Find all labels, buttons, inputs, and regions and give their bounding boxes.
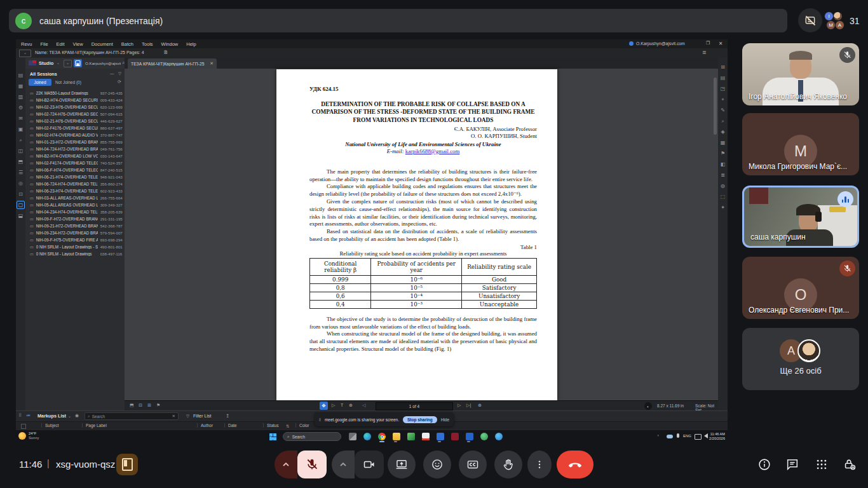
pinned-app-icon[interactable] — [466, 433, 473, 440]
session-list-item[interactable]: ▭ 0 NIH SRLM - Layout Drawings - Site Sp… — [25, 243, 125, 250]
panel-tab-icon[interactable]: ◧ — [719, 160, 727, 168]
panel-tab-icon[interactable]: ◈ — [719, 128, 727, 136]
flag-icon[interactable]: ⚑ — [156, 403, 160, 408]
revu-right-panel-tabs[interactable]: ⊞▤◳⌖✎⌕◈▦⚑◧≣◍⬚✦ — [718, 58, 728, 411]
prev-page-icon[interactable]: ◁ — [362, 403, 365, 408]
end-call-button[interactable] — [557, 451, 593, 478]
panel-tab-icon[interactable]: ▣ — [17, 125, 25, 133]
panel-tab-icon[interactable]: ⊡ — [17, 190, 25, 198]
participant-tile-avatar[interactable]: M Микола Григорович Мар`є... — [742, 113, 859, 175]
host-controls-button[interactable] — [841, 456, 858, 473]
pinned-app-icon[interactable] — [451, 433, 459, 440]
studio-dropdown-icon[interactable]: ⌄ — [57, 60, 60, 65]
onedrive-icon[interactable] — [667, 435, 673, 438]
revu-left-panel-tabs[interactable]: ▤▦▥⚙✉▣⌕◫⬒☰◎⊡▢⬓ — [16, 58, 25, 411]
activities-button[interactable] — [813, 456, 830, 473]
hide-button[interactable]: Hide — [441, 417, 449, 422]
restore-window-icon[interactable]: ❐ — [706, 41, 710, 46]
language-indicator[interactable]: ENG — [683, 434, 691, 438]
session-list-item[interactable]: ▭ 0 NIH SRLM - Layout Drawings 038-497-1… — [25, 250, 125, 257]
panel-tab-icon[interactable]: ⬓ — [17, 212, 25, 220]
tray-mic-icon[interactable] — [677, 433, 679, 438]
panel-tab-icon[interactable]: ⚙ — [17, 104, 25, 112]
session-list-item[interactable]: ▭ 22K MA550-Layout Drawings 937-245-435 — [25, 90, 125, 97]
session-list-item[interactable]: ▭ NIH-03-ALL AREAS-OVERHEAD LV AUDI... 2… — [25, 194, 125, 201]
task-view-icon[interactable] — [349, 433, 356, 440]
panel-tab-icon[interactable]: ◳ — [719, 85, 727, 93]
grip-icon[interactable]: ⠿ — [18, 413, 22, 418]
joined-tab[interactable]: Joined — [29, 79, 51, 86]
panel-tab-icon[interactable]: ▢ — [17, 201, 25, 209]
panel-tab-icon[interactable]: ✉ — [17, 114, 25, 123]
session-list-item[interactable]: ▭ NIH-09-234-H72-OVERHEAD BRANCH PO... 5… — [25, 229, 125, 236]
participant-tile-video[interactable]: Ігор Анатолійович Яковенко — [742, 43, 859, 105]
participant-tile-avatar[interactable]: О Олександр Євгенович При... — [742, 257, 859, 319]
doc-tab-close-icon[interactable]: ✕ — [210, 61, 214, 66]
column-header[interactable]: Author — [197, 423, 213, 428]
grid-view-icon[interactable]: ⊞ — [147, 403, 151, 408]
menu-item[interactable]: Edit — [57, 41, 65, 47]
visibility-eye-icon[interactable]: ◉ — [75, 413, 79, 418]
meeting-details-button[interactable] — [756, 456, 773, 473]
panel-tab-icon[interactable]: ⬒ — [17, 158, 25, 166]
session-filter-icon[interactable]: ▽ — [118, 71, 121, 76]
zoom-in-icon[interactable]: ⊕ — [478, 403, 482, 408]
participants-chip[interactable]: I М А 31 — [824, 10, 860, 32]
panel-tab-icon[interactable]: ▥ — [17, 93, 25, 101]
text-select-icon[interactable]: T — [341, 403, 343, 407]
email-link[interactable]: karpik6688@gmail.com — [405, 148, 460, 154]
drag-handle-icon[interactable]: ‖ — [319, 417, 321, 422]
participant-tile-self[interactable]: саша карпушин — [742, 186, 859, 248]
reactions-button[interactable] — [423, 451, 451, 478]
menu-item[interactable]: Help — [186, 41, 196, 47]
column-header[interactable]: Color — [295, 423, 309, 428]
sort-icon[interactable]: ⇅ — [286, 424, 289, 429]
chrome-icon[interactable] — [378, 433, 386, 440]
select-tool-icon[interactable]: ▷ — [332, 403, 335, 408]
panel-tab-icon[interactable]: ▤ — [17, 71, 25, 79]
captions-button[interactable] — [459, 451, 487, 478]
studio-label[interactable]: Studio — [39, 60, 53, 66]
weather-widget[interactable]: 24°F Sunny — [18, 431, 39, 440]
column-header[interactable]: Page Label — [82, 423, 107, 428]
taskbar-search[interactable]: ⌕ Search — [283, 432, 341, 441]
session-list-item[interactable]: ▭ NIH-02-H74-OVERHEAD AUDIO VISUAL... 37… — [25, 132, 125, 139]
session-list-item[interactable]: ▭ NIH-02-23-H76-OVERHEAD SECURITY L... 6… — [25, 104, 125, 111]
session-list-item[interactable]: ▭ NIH-05-ALL AREAS OVERHEAD LV AUDI... 3… — [25, 201, 125, 208]
menu-item[interactable]: Document — [92, 41, 113, 47]
mic-options-button[interactable] — [275, 451, 297, 478]
panel-tab-icon[interactable]: ⌕ — [719, 117, 727, 125]
pinned-app-icon[interactable] — [495, 433, 503, 440]
present-button[interactable] — [388, 451, 416, 478]
tray-clock[interactable]: 11:46 AM 2/20/2026 — [709, 432, 725, 441]
session-list-item[interactable]: ▭ NIH-06-21-H74-OVERHEAD TELECOM-L... 94… — [25, 173, 125, 180]
panel-tab-icon[interactable]: ◍ — [719, 182, 727, 190]
page-style-dropdown[interactable]: ⌄ — [19, 50, 31, 57]
studio-sync-icon[interactable] — [74, 59, 82, 67]
panel-tab-icon[interactable]: ⬚ — [719, 193, 727, 201]
export-icon[interactable]: ↥ — [226, 413, 229, 419]
column-header[interactable]: Subject — [41, 423, 59, 428]
account-email[interactable]: O.Karpushyn@ajsvit.com — [636, 41, 685, 46]
panel-tab-icon[interactable]: ⊞ — [719, 63, 727, 71]
refresh-icon[interactable]: ⟳ — [118, 79, 121, 85]
page-number-box[interactable]: 1 of 4 — [376, 402, 453, 410]
markups-search-box[interactable]: ⌕ Search ✕ — [85, 412, 179, 420]
menu-item[interactable]: View — [73, 41, 83, 47]
markups-list-icon[interactable]: ≔ — [26, 413, 31, 418]
pinned-app-icon[interactable] — [422, 433, 430, 440]
menu-item[interactable]: Batch — [121, 41, 133, 47]
panel-tab-icon[interactable]: ▦ — [17, 82, 25, 90]
next-page-icon[interactable]: ▷ — [458, 403, 461, 408]
panel-tab-icon[interactable]: ▤ — [719, 74, 727, 82]
session-list-item[interactable]: ▭ NIH-09-21-H72-OVERHEAD BRANCH PU... 54… — [25, 222, 125, 229]
panel-tab-icon[interactable]: ◫ — [17, 147, 25, 155]
touch-keyboard-icon[interactable] — [695, 434, 702, 440]
markups-title[interactable]: Markups List — [37, 413, 66, 419]
edge-icon[interactable] — [363, 433, 371, 440]
dark-mode-toggle[interactable]: ◐ — [644, 402, 652, 410]
panel-tab-icon[interactable]: ✎ — [719, 106, 727, 114]
pan-tool-active[interactable]: ✥ — [320, 402, 328, 410]
close-window-icon[interactable]: ✕ — [719, 41, 722, 46]
collapse-icon[interactable]: — — [110, 71, 114, 76]
